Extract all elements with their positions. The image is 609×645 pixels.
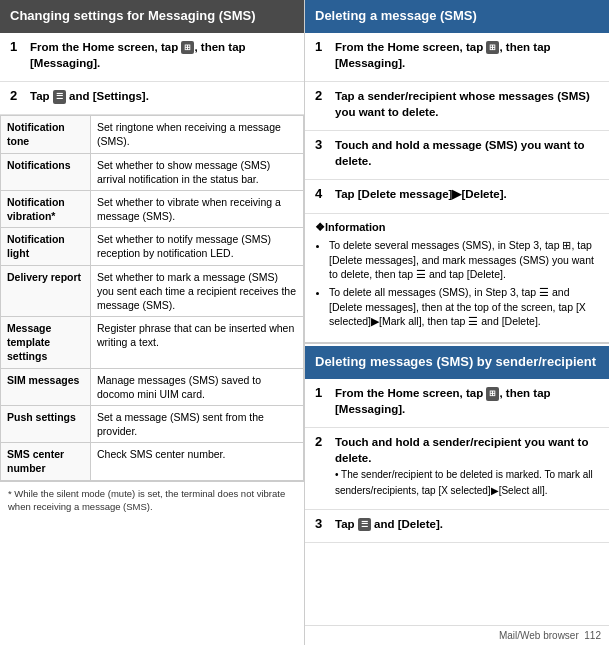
setting-label: Notification tone (1, 116, 91, 153)
del-step4: 4 Tap [Delete message]▶[Delete]. (305, 180, 609, 213)
setting-desc: Set ringtone when receiving a message (S… (91, 116, 304, 153)
footer-label: Mail/Web browser (499, 630, 579, 641)
table-row: Message template settingsRegister phrase… (1, 317, 304, 369)
table-row: Push settingsSet a message (SMS) sent fr… (1, 405, 304, 442)
del-step1-text: From the Home screen, tap ⊞, then tap [M… (335, 39, 599, 71)
sender-step1-text: From the Home screen, tap ⊞, then tap [M… (335, 385, 599, 417)
setting-label: Notification light (1, 228, 91, 265)
info-list: To delete several messages (SMS), in Ste… (315, 238, 599, 329)
del-step3-text: Touch and hold a message (SMS) you want … (335, 137, 599, 169)
table-row: Notification lightSet whether to notify … (1, 228, 304, 265)
del-step2-num: 2 (315, 88, 329, 103)
del-step1: 1 From the Home screen, tap ⊞, then tap … (305, 33, 609, 82)
info-item: To delete all messages (SMS), in Step 3,… (329, 285, 599, 329)
setting-desc: Register phrase that can be inserted whe… (91, 317, 304, 369)
sender-step2-num: 2 (315, 434, 329, 449)
sender-step2: 2 Touch and hold a sender/recipient you … (305, 428, 609, 509)
sender-step3: 3 Tap ☰ and [Delete]. (305, 510, 609, 543)
footnote: * While the silent mode (mute) is set, t… (0, 481, 304, 519)
table-row: NotificationsSet whether to show message… (1, 153, 304, 190)
table-row: SMS center numberCheck SMS center number… (1, 443, 304, 480)
del-step4-text: Tap [Delete message]▶[Delete]. (335, 186, 507, 202)
setting-label: Delivery report (1, 265, 91, 317)
left-step1: 1 From the Home screen, tap ⊞, then tap … (0, 33, 304, 82)
table-row: Notification vibration*Set whether to vi… (1, 190, 304, 227)
deleting-sender-section: Deleting messages (SMS) by sender/recipi… (305, 346, 609, 543)
info-item: To delete several messages (SMS), in Ste… (329, 238, 599, 282)
step2-number: 2 (10, 88, 24, 103)
setting-label: SMS center number (1, 443, 91, 480)
right-column: Deleting a message (SMS) 1 From the Home… (305, 0, 609, 645)
sender-step2-text: Touch and hold a sender/recipient you wa… (335, 434, 599, 498)
home-icon3: ⊞ (486, 387, 499, 400)
step1-text: From the Home screen, tap ⊞, then tap [M… (30, 39, 294, 71)
setting-desc: Manage messages (SMS) saved to docomo mi… (91, 368, 304, 405)
sender-step1: 1 From the Home screen, tap ⊞, then tap … (305, 379, 609, 428)
setting-desc: Check SMS center number. (91, 443, 304, 480)
footer-bar: Mail/Web browser 112 (305, 625, 609, 645)
deleting-sender-header: Deleting messages (SMS) by sender/recipi… (305, 346, 609, 379)
footer-page: 112 (584, 630, 601, 641)
del-step2: 2 Tap a sender/recipient whose messages … (305, 82, 609, 131)
step1-number: 1 (10, 39, 24, 54)
setting-desc: Set a message (SMS) sent from the provid… (91, 405, 304, 442)
left-section-header: Changing settings for Messaging (SMS) (0, 0, 304, 33)
settings-table: Notification toneSet ringtone when recei… (0, 115, 304, 480)
table-row: SIM messagesManage messages (SMS) saved … (1, 368, 304, 405)
menu-icon2: ☰ (358, 518, 371, 531)
setting-label: Notification vibration* (1, 190, 91, 227)
del-step1-num: 1 (315, 39, 329, 54)
del-step4-num: 4 (315, 186, 329, 201)
sender-step3-text: Tap ☰ and [Delete]. (335, 516, 443, 532)
home-icon2: ⊞ (486, 41, 499, 54)
setting-desc: Set whether to notify message (SMS) rece… (91, 228, 304, 265)
del-step2-text: Tap a sender/recipient whose messages (S… (335, 88, 599, 120)
info-block: ❖Information To delete several messages … (305, 214, 609, 339)
setting-desc: Set whether to show message (SMS) arriva… (91, 153, 304, 190)
left-column: Changing settings for Messaging (SMS) 1 … (0, 0, 305, 645)
deleting-sms-section: Deleting a message (SMS) 1 From the Home… (305, 0, 609, 344)
home-icon: ⊞ (181, 41, 194, 54)
menu-icon: ☰ (53, 90, 66, 103)
setting-label: SIM messages (1, 368, 91, 405)
setting-label: Notifications (1, 153, 91, 190)
setting-desc: Set whether to mark a message (SMS) you … (91, 265, 304, 317)
left-step2: 2 Tap ☰ and [Settings]. (0, 82, 304, 115)
table-row: Delivery reportSet whether to mark a mes… (1, 265, 304, 317)
setting-desc: Set whether to vibrate when receiving a … (91, 190, 304, 227)
del-step3-num: 3 (315, 137, 329, 152)
setting-label: Push settings (1, 405, 91, 442)
table-row: Notification toneSet ringtone when recei… (1, 116, 304, 153)
del-step3: 3 Touch and hold a message (SMS) you wan… (305, 131, 609, 180)
info-title: ❖Information (315, 220, 599, 235)
step2-text: Tap ☰ and [Settings]. (30, 88, 149, 104)
sender-step1-num: 1 (315, 385, 329, 400)
deleting-sms-header: Deleting a message (SMS) (305, 0, 609, 33)
sender-step3-num: 3 (315, 516, 329, 531)
setting-label: Message template settings (1, 317, 91, 369)
